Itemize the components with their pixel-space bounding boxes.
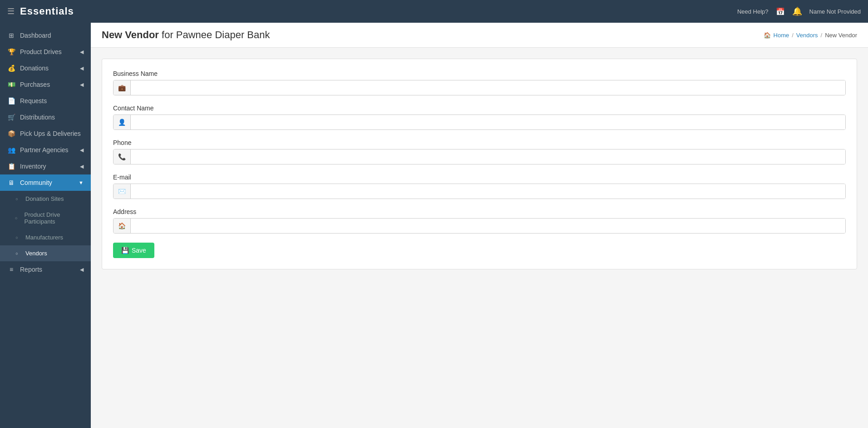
contact-name-group: Contact Name 👤	[113, 105, 846, 130]
phone-label: Phone	[113, 139, 846, 146]
reports-icon: ≡	[7, 266, 15, 273]
sidebar: ⊞ Dashboard 🏆 Product Drives ◀ 💰 Donatio…	[0, 23, 91, 428]
user-label[interactable]: Name Not Provided	[809, 8, 861, 15]
contact-name-input[interactable]	[131, 115, 845, 129]
briefcase-icon: 💼	[113, 80, 131, 95]
sidebar-item-label: Community	[20, 179, 52, 186]
bell-icon[interactable]: 🔔	[792, 6, 802, 16]
pickups-icon: 📦	[7, 130, 15, 137]
sidebar-item-product-drive-participants[interactable]: ○ Product Drive Participants	[0, 207, 91, 229]
inventory-icon: 📋	[7, 163, 15, 170]
email-group: E-mail ✉️	[113, 174, 846, 199]
sidebar-item-label: Product Drive Participants	[25, 211, 84, 225]
sidebar-item-reports[interactable]: ≡ Reports ◀	[0, 261, 91, 278]
sidebar-item-label: Dashboard	[20, 32, 51, 39]
chevron-icon: ◀	[80, 82, 84, 88]
sidebar-item-partner-agencies[interactable]: 👥 Partner Agencies ◀	[0, 142, 91, 158]
page-title: New Vendor for Pawnee Diaper Bank	[102, 29, 270, 41]
sidebar-item-manufacturers[interactable]: ○ Manufacturers	[0, 229, 91, 245]
sidebar-item-label: Purchases	[20, 81, 50, 88]
business-name-label: Business Name	[113, 70, 846, 77]
sidebar-item-product-drives[interactable]: 🏆 Product Drives ◀	[0, 44, 91, 60]
community-submenu: ○ Donation Sites ○ Product Drive Partici…	[0, 191, 91, 261]
sidebar-item-donation-sites[interactable]: ○ Donation Sites	[0, 191, 91, 207]
layout: ⊞ Dashboard 🏆 Product Drives ◀ 💰 Donatio…	[0, 23, 868, 428]
sidebar-item-label: Pick Ups & Deliveries	[20, 130, 81, 137]
sidebar-item-label: Product Drives	[20, 48, 62, 55]
address-input-group: 🏠	[113, 218, 846, 234]
sidebar-item-requests[interactable]: 📄 Requests	[0, 93, 91, 109]
community-icon: 🖥	[7, 179, 15, 186]
business-name-input[interactable]	[131, 80, 845, 95]
email-icon: ✉️	[113, 184, 131, 199]
circle-icon: ○	[13, 251, 21, 256]
sidebar-item-distributions[interactable]: 🛒 Distributions	[0, 109, 91, 125]
main-content: New Vendor for Pawnee Diaper Bank 🏠 Home…	[91, 23, 868, 428]
phone-icon: 📞	[113, 149, 131, 164]
sidebar-item-pickups[interactable]: 📦 Pick Ups & Deliveries	[0, 125, 91, 142]
address-group: Address 🏠	[113, 208, 846, 234]
sidebar-item-inventory[interactable]: 📋 Inventory ◀	[0, 158, 91, 174]
hamburger-icon[interactable]: ☰	[7, 6, 15, 16]
phone-group: Phone 📞	[113, 139, 846, 164]
page-title-bold: New Vendor	[102, 29, 159, 40]
sidebar-item-label: Donations	[20, 65, 49, 72]
email-input[interactable]	[131, 184, 845, 199]
email-input-group: ✉️	[113, 184, 846, 199]
address-input[interactable]	[131, 219, 845, 233]
sidebar-item-label: Donation Sites	[25, 195, 64, 202]
contact-name-label: Contact Name	[113, 105, 846, 112]
circle-icon: ○	[13, 197, 21, 201]
breadcrumb: 🏠 Home / Vendors / New Vendor	[764, 32, 857, 39]
top-nav: ☰ Essentials Need Help? 📅 🔔 Name Not Pro…	[0, 0, 868, 23]
home-icon: 🏠	[113, 219, 131, 233]
sidebar-item-label: Inventory	[20, 163, 46, 170]
sidebar-item-dashboard[interactable]: ⊞ Dashboard	[0, 27, 91, 44]
sidebar-item-community[interactable]: 🖥 Community ▼	[0, 174, 91, 191]
sidebar-item-label: Vendors	[25, 250, 47, 257]
dashboard-icon: ⊞	[7, 32, 15, 39]
product-drives-icon: 🏆	[7, 48, 15, 55]
breadcrumb-home[interactable]: Home	[774, 32, 789, 39]
chevron-down-icon: ▼	[79, 180, 84, 185]
sidebar-item-donations[interactable]: 💰 Donations ◀	[0, 60, 91, 76]
breadcrumb-sep: /	[792, 32, 794, 39]
phone-input-group: 📞	[113, 149, 846, 164]
purchases-icon: 💵	[7, 81, 15, 88]
partner-agencies-icon: 👥	[7, 146, 15, 154]
chevron-icon: ◀	[80, 164, 84, 169]
chevron-icon: ◀	[80, 65, 84, 71]
page-header: New Vendor for Pawnee Diaper Bank 🏠 Home…	[91, 23, 868, 48]
breadcrumb-current: New Vendor	[825, 32, 857, 39]
sidebar-item-vendors[interactable]: ○ Vendors	[0, 245, 91, 261]
donations-icon: 💰	[7, 65, 15, 72]
breadcrumb-vendors[interactable]: Vendors	[796, 32, 818, 39]
chevron-icon: ◀	[80, 49, 84, 55]
sidebar-item-label: Reports	[20, 266, 42, 273]
chevron-icon: ◀	[80, 267, 84, 273]
top-nav-left: ☰ Essentials	[7, 5, 74, 17]
business-name-input-group: 💼	[113, 80, 846, 95]
brand-logo: Essentials	[20, 5, 74, 17]
email-label: E-mail	[113, 174, 846, 181]
save-label: Save	[132, 247, 146, 254]
top-nav-right: Need Help? 📅 🔔 Name Not Provided	[737, 6, 861, 16]
page-title-suffix: for Pawnee Diaper Bank	[159, 29, 270, 40]
phone-input[interactable]	[131, 149, 845, 164]
breadcrumb-sep: /	[821, 32, 823, 39]
sidebar-item-label: Partner Agencies	[20, 146, 69, 154]
sidebar-item-label: Requests	[20, 97, 47, 105]
home-icon: 🏠	[764, 32, 771, 39]
sidebar-item-purchases[interactable]: 💵 Purchases ◀	[0, 76, 91, 93]
chevron-icon: ◀	[80, 147, 84, 153]
circle-icon: ○	[13, 235, 21, 240]
form-card: Business Name 💼 Contact Name 👤	[102, 59, 857, 269]
help-link[interactable]: Need Help?	[737, 8, 769, 15]
sidebar-item-label: Distributions	[20, 114, 55, 121]
calendar-icon[interactable]: 📅	[776, 7, 785, 16]
address-label: Address	[113, 208, 846, 215]
save-icon: 💾	[121, 247, 129, 254]
save-button[interactable]: 💾 Save	[113, 243, 154, 258]
requests-icon: 📄	[7, 97, 15, 105]
form-area: Business Name 💼 Contact Name 👤	[91, 48, 868, 428]
